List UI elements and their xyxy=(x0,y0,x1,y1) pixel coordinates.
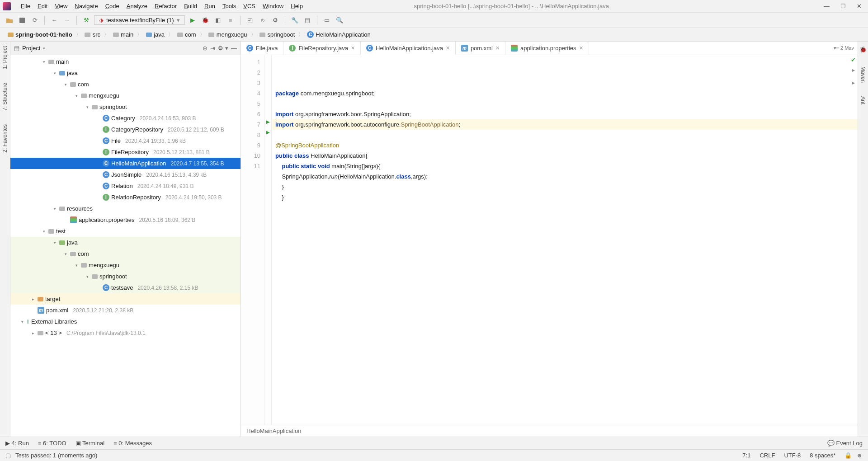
tree-item-Relation[interactable]: C Relation2020.4.24 18:49, 931 B xyxy=(10,180,241,192)
maximize-icon[interactable]: ☐ xyxy=(840,3,846,9)
window-icon[interactable]: ▭ xyxy=(322,15,332,25)
tree-item-java[interactable]: ▾ java xyxy=(10,237,241,248)
hammer-build-icon[interactable]: ⚒ xyxy=(81,15,91,25)
bottom-tool--Terminal[interactable]: ▣ Terminal xyxy=(75,440,105,447)
tree-item-target[interactable]: ▸ target xyxy=(10,293,241,305)
tree-item-External-Libraries[interactable]: ▾⫴ External Libraries xyxy=(10,316,241,327)
menu-build[interactable]: Build xyxy=(180,3,201,9)
tree-item-com[interactable]: ▾ com xyxy=(10,79,241,90)
tab-close-icon[interactable]: ✕ xyxy=(579,45,583,51)
bottom-tool--0-Messages[interactable]: ≡ 0: Messages xyxy=(113,440,152,447)
coverage-icon[interactable]: ◧ xyxy=(213,15,223,25)
tab-application-properties[interactable]: application.properties✕ xyxy=(505,42,589,55)
tree-item-RelationRepository[interactable]: I RelationRepository2020.4.24 19:50, 303… xyxy=(10,192,241,203)
profiler-icon[interactable]: ◰ xyxy=(245,15,255,25)
man-icon[interactable]: ☻ xyxy=(856,452,863,459)
breadcrumb-spring-boot-01-hello[interactable]: spring-boot-01-hello xyxy=(5,31,74,38)
debug-icon[interactable]: 🐞 xyxy=(200,15,210,25)
forward-icon[interactable]: → xyxy=(62,15,72,25)
menu-file[interactable]: File xyxy=(17,3,34,9)
run-icon[interactable]: ▶ xyxy=(188,15,198,25)
project-tree[interactable]: ▾ main▾ java▾ com▾ mengxuegu▾ springboot… xyxy=(10,55,241,437)
menu-code[interactable]: Code xyxy=(102,3,123,9)
left-tab-7-Structure[interactable]: 7: Structure xyxy=(2,83,8,111)
tab-HelloMainApplication-java[interactable]: CHelloMainApplication.java✕ xyxy=(361,42,456,55)
menu-help[interactable]: Help xyxy=(287,3,307,9)
event-log-button[interactable]: 💬 Event Log xyxy=(827,440,863,447)
tab-close-icon[interactable]: ✕ xyxy=(351,45,355,51)
menu-run[interactable]: Run xyxy=(201,3,219,9)
menu-tools[interactable]: Tools xyxy=(219,3,240,9)
tab-close-icon[interactable]: ✕ xyxy=(446,45,450,51)
tree-item-resources[interactable]: ▾ resources xyxy=(10,203,241,214)
tab-pom-xml[interactable]: mpom.xml✕ xyxy=(456,42,505,55)
menu-vcs[interactable]: VCS xyxy=(240,3,259,9)
tree-item-mengxuegu[interactable]: ▾ mengxuegu xyxy=(10,259,241,271)
settings-icon[interactable]: ⚙ xyxy=(270,15,280,25)
menu-edit[interactable]: Edit xyxy=(34,3,51,9)
tab-File-java[interactable]: CFile.java xyxy=(241,42,283,55)
tree-item-JsonSimple[interactable]: C JsonSimple2020.4.16 15:13, 4.39 kB xyxy=(10,169,241,180)
right-tab-Maven[interactable]: Maven xyxy=(860,66,866,83)
left-tab-1-Project[interactable]: 1: Project xyxy=(2,46,8,69)
tree-item-HelloMainApplication[interactable]: C HelloMainApplication2020.4.7 13:55, 35… xyxy=(10,158,241,169)
menu-window[interactable]: Window xyxy=(259,3,287,9)
breadcrumb-springboot[interactable]: springboot xyxy=(258,31,297,38)
locate-icon[interactable]: ⊕ xyxy=(203,45,208,52)
tree-item-CategoryRepository[interactable]: I CategoryRepository2020.5.12 21:12, 609… xyxy=(10,124,241,135)
hide-icon[interactable]: — xyxy=(231,45,237,52)
close-icon[interactable]: ✕ xyxy=(857,3,862,9)
run-config-selector[interactable]: ⬗ testsave.testfindByFile (1) ▾ xyxy=(94,15,185,25)
menu-analyze[interactable]: Analyze xyxy=(123,3,151,9)
search-icon[interactable]: 🔍 xyxy=(335,15,344,25)
breadcrumb-src[interactable]: src xyxy=(83,31,102,38)
breadcrumb-java[interactable]: java xyxy=(144,31,166,38)
breadcrumb-com[interactable]: com xyxy=(175,31,198,38)
menu-navigate[interactable]: Navigate xyxy=(71,3,101,9)
menu-view[interactable]: View xyxy=(51,3,71,9)
status-cell[interactable]: CRLF xyxy=(755,452,779,459)
tree-item-test[interactable]: ▾ test xyxy=(10,226,241,237)
left-tab-2-Favorites[interactable]: 2: Favorites xyxy=(2,124,8,153)
tree-item-application-properties[interactable]: application.properties2020.5.16 18:09, 3… xyxy=(10,214,241,226)
refresh-icon[interactable]: ⟳ xyxy=(30,15,40,25)
tree-item-main[interactable]: ▾ main xyxy=(10,56,241,67)
tab-FileRepository-java[interactable]: IFileRepository.java✕ xyxy=(283,42,361,55)
collapse-icon[interactable]: ⇥ xyxy=(210,45,215,52)
tree-item-java[interactable]: ▾ java xyxy=(10,67,241,79)
breadcrumb-HelloMainApplication[interactable]: CHelloMainApplication xyxy=(305,31,372,38)
status-tool-icon[interactable]: ▢ xyxy=(5,452,11,459)
tree-item-pom-xml[interactable]: m pom.xml2020.5.12 21:20, 2.38 kB xyxy=(10,305,241,316)
tree-item-com[interactable]: ▾ com xyxy=(10,248,241,259)
breadcrumb-mengxuegu[interactable]: mengxuegu xyxy=(207,31,249,38)
tree-item-Category[interactable]: C Category2020.4.24 16:53, 903 B xyxy=(10,113,241,124)
tree-item-springboot[interactable]: ▾ springboot xyxy=(10,101,241,113)
status-cell[interactable]: 7:1 xyxy=(738,452,755,459)
attach-icon[interactable]: ⎋ xyxy=(258,15,268,25)
open-icon[interactable] xyxy=(5,15,14,25)
stop-icon[interactable]: ■ xyxy=(226,15,236,25)
tabs-extra[interactable]: ▾≡ 2 Mav xyxy=(830,42,858,55)
gear-icon[interactable]: ⚙ ▾ xyxy=(218,45,228,52)
sidebar-title[interactable]: Project xyxy=(22,45,40,52)
code-editor[interactable]: package com.mengxuegu.springboot; import… xyxy=(272,55,858,425)
bottom-tool--6-TODO[interactable]: ≡ 6: TODO xyxy=(38,440,66,447)
tree-item--13-[interactable]: ▸ < 13 >C:\Program Files\Java\jdk-13.0.1 xyxy=(10,327,241,339)
tree-item-testsave[interactable]: C testsave2020.4.26 13:58, 2.15 kB xyxy=(10,282,241,293)
tree-item-File[interactable]: C File2020.4.24 19:33, 1.96 kB xyxy=(10,135,241,146)
back-icon[interactable]: ← xyxy=(49,15,59,25)
bottom-tool--4-Run[interactable]: ▶ 4: Run xyxy=(5,440,29,447)
tree-item-springboot[interactable]: ▾ springboot xyxy=(10,271,241,282)
status-cell[interactable]: UTF-8 xyxy=(779,452,805,459)
editor-breadcrumb[interactable]: HelloMainApplication xyxy=(241,425,858,437)
run-gutter[interactable]: ▶▶ xyxy=(264,55,272,425)
save-icon[interactable] xyxy=(17,15,27,25)
minimize-icon[interactable]: — xyxy=(824,3,830,9)
menu-refactor[interactable]: Refactor xyxy=(151,3,180,9)
status-cell[interactable]: 8 spaces* xyxy=(805,452,840,459)
bug-icon[interactable]: 🐞 xyxy=(859,46,867,53)
tree-item-FileRepository[interactable]: I FileRepository2020.5.12 21:13, 881 B xyxy=(10,146,241,158)
lock-icon[interactable]: 🔒 xyxy=(844,452,852,459)
right-tab-Ant[interactable]: Ant xyxy=(860,96,866,104)
tab-close-icon[interactable]: ✕ xyxy=(495,45,500,51)
